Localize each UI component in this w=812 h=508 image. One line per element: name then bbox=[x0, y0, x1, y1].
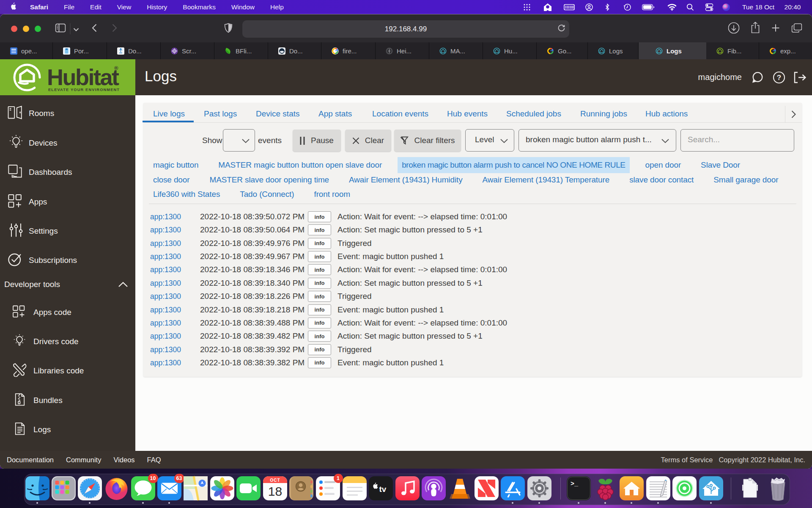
svg-text:?: ? bbox=[777, 74, 781, 82]
svg-text:®: ® bbox=[114, 65, 118, 71]
svg-text:OCT: OCT bbox=[270, 478, 280, 483]
svg-text:Hubitat: Hubitat bbox=[47, 64, 119, 90]
svg-text:tv: tv bbox=[379, 485, 386, 494]
svg-text:>_: >_ bbox=[571, 480, 579, 488]
svg-text:ELEVATE YOUR ENVIRONMENT: ELEVATE YOUR ENVIRONMENT bbox=[48, 88, 120, 92]
svg-text:18: 18 bbox=[268, 484, 282, 498]
